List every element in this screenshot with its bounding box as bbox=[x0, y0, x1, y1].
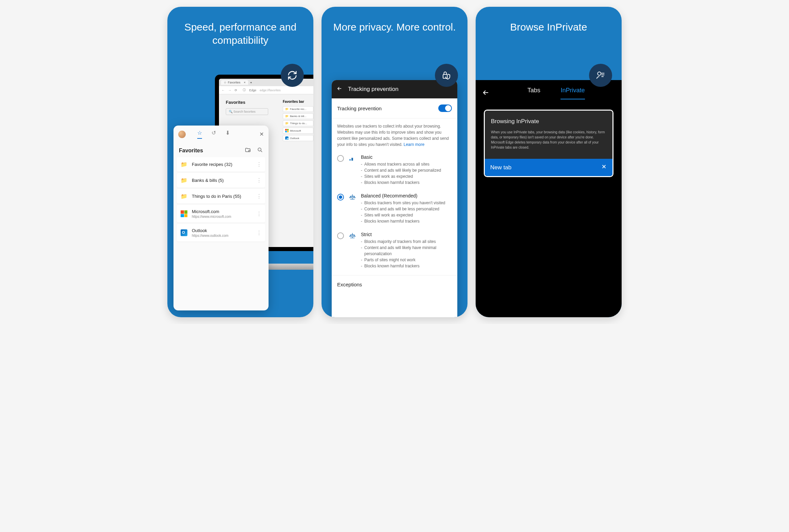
new-tab-label[interactable]: New tab bbox=[490, 164, 511, 171]
tracking-toggle[interactable] bbox=[438, 104, 452, 112]
option-balanced[interactable]: Balanced (Recommended) Blocks trackers f… bbox=[332, 188, 457, 227]
inprivate-tab-card[interactable]: Browsing InPrivate When you use InPrivat… bbox=[484, 110, 613, 177]
folder-icon: 📁 bbox=[180, 161, 188, 168]
description-text: Websites use trackers to collect info ab… bbox=[332, 118, 457, 150]
back-icon[interactable] bbox=[482, 89, 490, 98]
tab-inprivate[interactable]: InPrivate bbox=[561, 87, 585, 99]
sync-icon bbox=[281, 64, 304, 87]
balance-icon bbox=[349, 193, 356, 224]
tracking-prevention-screen: Tracking prevention Tracking prevention … bbox=[332, 80, 457, 317]
svg-rect-2 bbox=[443, 75, 447, 78]
add-folder-icon[interactable] bbox=[245, 147, 251, 154]
screen-title: Tracking prevention bbox=[348, 86, 399, 93]
promo-card-1: Speed, performance and compatibility ☆ F… bbox=[167, 7, 313, 317]
option-basic[interactable]: Basic Allows most trackers across all si… bbox=[332, 150, 457, 188]
search-icon[interactable] bbox=[257, 147, 263, 154]
inprivate-heading: Browsing InPrivate bbox=[491, 118, 606, 125]
list-item[interactable]: 📁 Banks & bill... bbox=[283, 113, 313, 119]
page-heading: Favorites bbox=[226, 100, 273, 105]
star-icon[interactable]: ☆ bbox=[197, 130, 202, 139]
card-title: Speed, performance and compatibility bbox=[167, 7, 313, 57]
phone-favorites-panel: ☆ ↺ ⬇ ✕ Favorites 📁 Favorite recipes (32… bbox=[173, 126, 269, 310]
more-icon[interactable]: ⋮ bbox=[256, 193, 262, 200]
list-item[interactable]: Outlook bbox=[283, 135, 313, 141]
close-icon[interactable] bbox=[601, 164, 607, 171]
tab-normal[interactable]: Tabs bbox=[527, 87, 540, 99]
address-bar[interactable]: ← → ⟳ ⓘ Edge edge://favorites bbox=[219, 86, 313, 94]
more-icon[interactable]: ⋮ bbox=[256, 177, 262, 184]
folder-icon: 📁 bbox=[180, 193, 188, 200]
lock-shield-icon bbox=[435, 64, 458, 87]
more-icon[interactable]: ⋮ bbox=[256, 161, 262, 168]
radio-icon[interactable] bbox=[337, 232, 344, 239]
card-title: Browse InPrivate bbox=[476, 7, 622, 44]
outlook-logo-icon bbox=[180, 229, 188, 236]
inprivate-description: When you use InPrivate tabs, your browsi… bbox=[491, 130, 606, 150]
list-item[interactable]: 📁 Banks & bills (5) ⋮ bbox=[177, 173, 265, 188]
list-item[interactable]: Microsoft bbox=[283, 128, 313, 134]
history-icon[interactable]: ↺ bbox=[212, 130, 216, 139]
list-item[interactable]: Outlookhttps://www.outlook.com ⋮ bbox=[177, 224, 265, 242]
more-icon[interactable]: ⋮ bbox=[256, 211, 262, 217]
list-item[interactable]: 📁 Favorite recipes (32) ⋮ bbox=[177, 157, 265, 172]
list-item[interactable]: Microsoft.comhttps://www.microsoft.com ⋮ bbox=[177, 205, 265, 223]
radio-icon[interactable] bbox=[337, 194, 344, 201]
promo-card-2: More privacy. More control. Tracking pre… bbox=[322, 7, 467, 317]
back-icon[interactable] bbox=[336, 86, 343, 93]
promo-card-3: Browse InPrivate Tabs InPrivate Browsing… bbox=[476, 7, 622, 317]
svg-point-1 bbox=[258, 148, 261, 151]
radio-icon[interactable] bbox=[337, 155, 344, 162]
favorites-heading: Favorites bbox=[179, 148, 203, 154]
search-input[interactable]: 🔍 Search favorites bbox=[226, 108, 268, 115]
back-icon[interactable]: ← bbox=[222, 89, 225, 92]
svg-point-5 bbox=[598, 72, 601, 75]
option-strict[interactable]: Strict Blocks majority of trackers from … bbox=[332, 227, 457, 272]
new-tab-button[interactable]: ＋ bbox=[250, 80, 253, 85]
downloads-icon[interactable]: ⬇ bbox=[225, 130, 230, 139]
close-icon[interactable]: ✕ bbox=[259, 131, 264, 137]
exceptions-row[interactable]: Exceptions bbox=[332, 275, 457, 293]
list-item[interactable]: 📁 Favorite rec... bbox=[283, 106, 313, 112]
avatar[interactable] bbox=[178, 131, 186, 138]
inprivate-screen: Tabs InPrivate Browsing InPrivate When y… bbox=[476, 80, 622, 317]
balance-icon bbox=[349, 232, 356, 269]
folder-icon: 📁 bbox=[180, 177, 188, 184]
list-item[interactable]: 📁 Things to do in Paris (55) ⋮ bbox=[177, 189, 265, 204]
ms-logo-icon bbox=[180, 210, 188, 217]
toggle-label: Tracking prevention bbox=[337, 106, 382, 111]
reload-icon[interactable]: ⟳ bbox=[235, 89, 237, 92]
learn-more-link[interactable]: Learn more bbox=[404, 142, 424, 147]
card-title: More privacy. More control. bbox=[322, 7, 467, 44]
svg-rect-4 bbox=[351, 158, 353, 160]
scale-icon bbox=[349, 155, 356, 186]
forward-icon[interactable]: → bbox=[228, 89, 231, 92]
svg-rect-3 bbox=[349, 159, 351, 161]
inprivate-icon bbox=[589, 64, 612, 87]
more-icon[interactable]: ⋮ bbox=[256, 230, 262, 236]
browser-tab[interactable]: ☆ Favorites × bbox=[221, 80, 248, 85]
list-item[interactable]: 📁 Things to do... bbox=[283, 120, 313, 126]
